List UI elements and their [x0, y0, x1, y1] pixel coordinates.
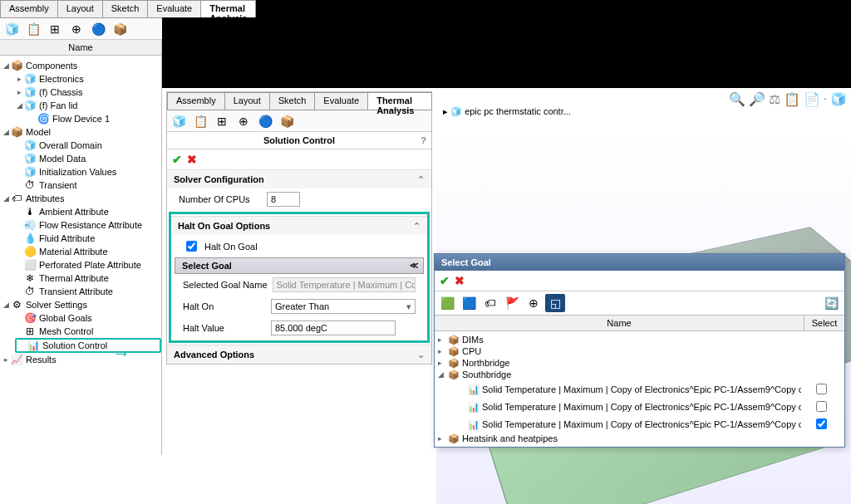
- viewport-toolbar: ▸ 🧊 epic pc thermstatic contr... 🔍 🔎 ⚖ 📋…: [436, 91, 851, 125]
- goal-folder[interactable]: ◢📦Southbridge: [435, 369, 844, 380]
- tree-item[interactable]: 💧Fluid Attribute: [15, 232, 161, 245]
- halt-on-combo[interactable]: Greater Than: [271, 299, 416, 314]
- box-icon[interactable]: 📦: [110, 20, 130, 38]
- goal-folder[interactable]: ▸📦CPU: [435, 345, 844, 357]
- cube-icon[interactable]: 🧊: [169, 112, 189, 130]
- tree-model[interactable]: ◢📦Model: [2, 125, 161, 139]
- tree-label: (f) Fan lid: [39, 100, 77, 110]
- inspect-icon[interactable]: 📋: [784, 91, 800, 107]
- selected-goal-name-label: Selected Goal Name: [183, 280, 268, 290]
- panel-title: Solution Control?: [167, 132, 431, 149]
- pie-icon[interactable]: 🔵: [255, 112, 275, 130]
- tree-label: Solver Settings: [26, 300, 87, 310]
- breadcrumb[interactable]: ▸ 🧊 epic pc thermstatic contr...: [443, 106, 571, 117]
- tree-label: Components: [26, 61, 77, 71]
- tab-layout[interactable]: Layout: [57, 0, 103, 17]
- tree-item[interactable]: ⬜Perforated Plate Attribute: [15, 258, 161, 272]
- goal-folder[interactable]: ▸📦Northbridge: [435, 357, 844, 369]
- tree-components[interactable]: ◢📦Components: [2, 59, 161, 72]
- tab-thermal-analysis[interactable]: Thermal Analysis: [367, 92, 432, 110]
- tree-label: Flow Resistance Attribute: [39, 220, 142, 230]
- col-name[interactable]: Name: [435, 316, 804, 330]
- tree-label: Attributes: [26, 193, 64, 203]
- goal-item[interactable]: 📊Solid Temperature | Maximum | Copy of E…: [455, 398, 844, 415]
- cancel-button[interactable]: ✖: [187, 153, 197, 166]
- target-icon[interactable]: ⊕: [66, 20, 86, 38]
- help-icon[interactable]: ?: [421, 135, 426, 145]
- zoom-icon[interactable]: 🔍: [729, 91, 745, 107]
- solver-config-section[interactable]: Solver Configuration⌃: [167, 169, 431, 188]
- advanced-options-section[interactable]: Advanced Options⌄: [167, 345, 431, 364]
- tree-item[interactable]: 🟡Material Attribute: [15, 245, 161, 258]
- goal-item[interactable]: 📊Solid Temperature | Maximum | Copy of E…: [455, 415, 844, 433]
- halt-goal-section[interactable]: Halt On Goal Options⌃: [171, 216, 427, 235]
- list-icon[interactable]: 📋: [190, 112, 210, 130]
- select-goal-button[interactable]: Select Goal≪: [175, 257, 424, 274]
- ok-button[interactable]: ✔: [440, 274, 450, 287]
- ok-cancel-bar: ✔ ✖: [167, 149, 431, 169]
- center-tabbar: Assembly Layout Sketch Evaluate Thermal …: [167, 92, 431, 110]
- tab-evaluate[interactable]: Evaluate: [147, 0, 201, 17]
- list-icon[interactable]: 📋: [23, 20, 43, 38]
- target-icon[interactable]: ⊕: [524, 294, 544, 312]
- tree-item[interactable]: 🌡Ambient Attribute: [15, 205, 161, 218]
- filter-icon[interactable]: 🏷: [480, 294, 500, 312]
- goal-select-checkbox[interactable]: [816, 401, 827, 412]
- tree-label: (f) Chassis: [39, 87, 83, 97]
- cube-blue-icon[interactable]: 🟦: [459, 294, 479, 312]
- tree-item[interactable]: 🧊Overall Domain: [15, 139, 161, 152]
- tree-item[interactable]: 🧊Initialization Values: [15, 165, 161, 179]
- goal-folder[interactable]: ▸📦Heatsink and heatpipes: [435, 433, 844, 444]
- pie-icon[interactable]: 🔵: [88, 20, 108, 38]
- ok-button[interactable]: ✔: [172, 153, 182, 166]
- zoom-fit-icon[interactable]: 🔎: [749, 91, 765, 107]
- halt-value-input[interactable]: [271, 321, 396, 335]
- tree-item[interactable]: 💨Flow Resistance Attribute: [15, 218, 161, 232]
- tree-item[interactable]: ▸🧊(f) Chassis: [15, 86, 161, 99]
- tree-item[interactable]: 🧊Model Data: [15, 152, 161, 165]
- cube-icon[interactable]: 🧊: [2, 20, 22, 38]
- col-select[interactable]: Select: [804, 316, 844, 330]
- tree-solver[interactable]: ◢⚙Solver Settings: [2, 298, 161, 311]
- tree-solution-control[interactable]: 📊Solution Control: [15, 338, 161, 353]
- tree-results[interactable]: ▸📈Results: [2, 353, 161, 366]
- tree-label: Perforated Plate Attribute: [39, 260, 141, 270]
- tab-thermal-analysis[interactable]: Thermal Analysis: [200, 0, 256, 17]
- tab-assembly[interactable]: Assembly: [167, 92, 225, 110]
- box-icon[interactable]: 📦: [277, 112, 297, 130]
- select-mode-icon[interactable]: ◱: [545, 294, 565, 312]
- scale-icon[interactable]: ⚖: [769, 91, 780, 107]
- flag-icon[interactable]: 🚩: [502, 294, 522, 312]
- cube-green-icon[interactable]: 🟩: [437, 294, 457, 312]
- refresh-icon[interactable]: 🔄: [821, 294, 841, 312]
- target-icon[interactable]: ⊕: [234, 112, 253, 130]
- tree-item[interactable]: 🌀Flow Device 1: [28, 112, 161, 125]
- halt-on-goal-checkbox[interactable]: [186, 241, 197, 252]
- goal-item[interactable]: 📊Solid Temperature | Maximum | Copy of E…: [455, 380, 844, 398]
- tree-item[interactable]: ⏱Transient: [15, 179, 161, 192]
- tab-layout[interactable]: Layout: [224, 92, 270, 110]
- tab-evaluate[interactable]: Evaluate: [314, 92, 368, 110]
- goal-folder[interactable]: ▸📦DIMs: [435, 334, 844, 345]
- cube-icon[interactable]: 🧊: [830, 91, 847, 107]
- tab-assembly[interactable]: Assembly: [0, 0, 58, 17]
- cpus-input[interactable]: [267, 192, 300, 207]
- cpus-label: Number Of CPUs: [179, 194, 262, 204]
- grid-icon[interactable]: ⊞: [212, 112, 232, 130]
- tab-sketch[interactable]: Sketch: [269, 92, 316, 110]
- paste-icon[interactable]: 📄: [804, 91, 820, 107]
- tree-item[interactable]: ❄Thermal Attribute: [15, 272, 161, 285]
- goal-select-checkbox[interactable]: [816, 418, 827, 429]
- tree-item[interactable]: ▸🧊Electronics: [15, 72, 161, 86]
- tree-label: Ambient Attribute: [39, 207, 109, 217]
- tree-attributes[interactable]: ◢🏷Attributes: [2, 192, 161, 205]
- tab-sketch[interactable]: Sketch: [102, 0, 149, 17]
- tree-item[interactable]: ⏱Transient Attribute: [15, 285, 161, 298]
- tree-item[interactable]: ⊞Mesh Control: [15, 325, 161, 338]
- tree-item[interactable]: ◢🧊(f) Fan lid: [15, 99, 161, 112]
- grid-icon[interactable]: ⊞: [45, 20, 65, 38]
- goal-select-checkbox[interactable]: [816, 384, 827, 394]
- cancel-button[interactable]: ✖: [455, 274, 465, 287]
- callout-arrow-icon: →: [112, 343, 130, 365]
- tree-item[interactable]: 🎯Global Goals: [15, 311, 161, 325]
